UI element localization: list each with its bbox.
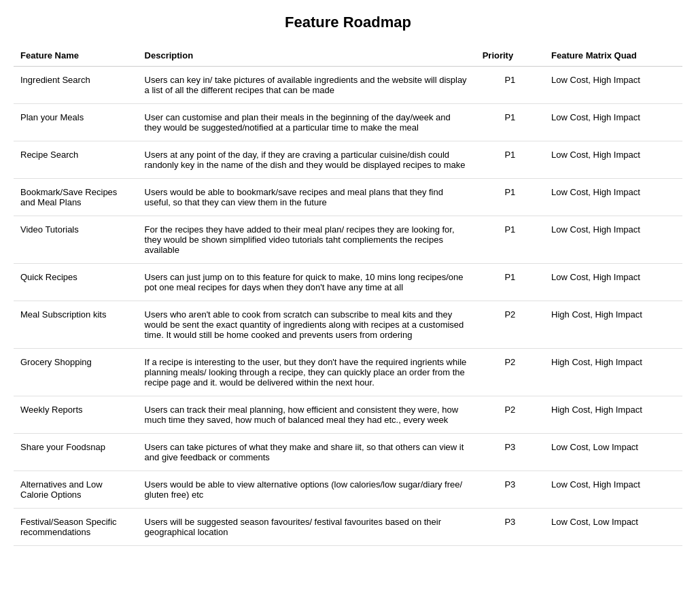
cell-quad: High Cost, High Impact [544, 301, 682, 349]
cell-quad: Low Cost, High Impact [544, 471, 682, 509]
table-row: Grocery ShoppingIf a recipe is interesti… [14, 349, 682, 396]
col-header-quad: Feature Matrix Quad [544, 45, 682, 67]
cell-feature: Ingredient Search [14, 67, 138, 104]
table-row: Alternatives and Low Calorie OptionsUser… [14, 471, 682, 509]
cell-quad: High Cost, High Impact [544, 349, 682, 396]
cell-feature: Share your Foodsnap [14, 434, 138, 471]
table-row: Weekly ReportsUsers can track their meal… [14, 396, 682, 434]
table-row: Video TutorialsFor the recipes they have… [14, 216, 682, 264]
table-row: Plan your MealsUser can customise and pl… [14, 104, 682, 141]
table-row: Meal Subscription kitsUsers who aren't a… [14, 301, 682, 349]
table-row: Festival/Season Specific recommendations… [14, 509, 682, 546]
cell-description: Users who aren't able to cook from scrat… [138, 301, 476, 349]
cell-feature: Weekly Reports [14, 396, 138, 434]
cell-feature: Video Tutorials [14, 216, 138, 264]
cell-priority: P3 [476, 471, 544, 509]
cell-quad: Low Cost, High Impact [544, 104, 682, 141]
feature-roadmap-table: Feature Name Description Priority Featur… [14, 45, 682, 546]
cell-priority: P1 [476, 264, 544, 301]
cell-description: User can customise and plan their meals … [138, 104, 476, 141]
col-header-priority: Priority [476, 45, 544, 67]
cell-feature: Plan your Meals [14, 104, 138, 141]
cell-description: Users at any point of the day, if they a… [138, 141, 476, 179]
cell-description: For the recipes they have added to their… [138, 216, 476, 264]
cell-priority: P1 [476, 104, 544, 141]
cell-quad: Low Cost, High Impact [544, 216, 682, 264]
cell-priority: P3 [476, 434, 544, 471]
cell-priority: P1 [476, 141, 544, 179]
cell-feature: Recipe Search [14, 141, 138, 179]
cell-feature: Grocery Shopping [14, 349, 138, 396]
cell-feature: Festival/Season Specific recommendations [14, 509, 138, 546]
cell-description: Users will be suggested season favourite… [138, 509, 476, 546]
page-title: Feature Roadmap [14, 14, 682, 31]
cell-description: Users can track their meal planning, how… [138, 396, 476, 434]
cell-description: Users can key in/ take pictures of avail… [138, 67, 476, 104]
col-header-description: Description [138, 45, 476, 67]
table-row: Ingredient SearchUsers can key in/ take … [14, 67, 682, 104]
table-row: Quick RecipesUsers can just jump on to t… [14, 264, 682, 301]
cell-description: Users can take pictures of what they mak… [138, 434, 476, 471]
cell-priority: P1 [476, 216, 544, 264]
cell-feature: Quick Recipes [14, 264, 138, 301]
cell-feature: Alternatives and Low Calorie Options [14, 471, 138, 509]
cell-priority: P1 [476, 179, 544, 216]
table-row: Share your FoodsnapUsers can take pictur… [14, 434, 682, 471]
cell-description: Users can just jump on to this feature f… [138, 264, 476, 301]
cell-quad: Low Cost, High Impact [544, 179, 682, 216]
cell-description: Users would be able to view alternative … [138, 471, 476, 509]
cell-quad: Low Cost, High Impact [544, 67, 682, 104]
cell-priority: P2 [476, 349, 544, 396]
cell-priority: P3 [476, 509, 544, 546]
cell-quad: Low Cost, High Impact [544, 264, 682, 301]
table-row: Recipe SearchUsers at any point of the d… [14, 141, 682, 179]
cell-quad: Low Cost, Low Impact [544, 434, 682, 471]
cell-description: Users would be able to bookmark/save rec… [138, 179, 476, 216]
cell-feature: Meal Subscription kits [14, 301, 138, 349]
cell-quad: Low Cost, Low Impact [544, 509, 682, 546]
cell-priority: P1 [476, 67, 544, 104]
table-row: Bookmark/Save Recipes and Meal PlansUser… [14, 179, 682, 216]
cell-priority: P2 [476, 396, 544, 434]
cell-description: If a recipe is interesting to the user, … [138, 349, 476, 396]
cell-priority: P2 [476, 301, 544, 349]
cell-quad: High Cost, High Impact [544, 396, 682, 434]
cell-quad: Low Cost, High Impact [544, 141, 682, 179]
col-header-feature: Feature Name [14, 45, 138, 67]
cell-feature: Bookmark/Save Recipes and Meal Plans [14, 179, 138, 216]
